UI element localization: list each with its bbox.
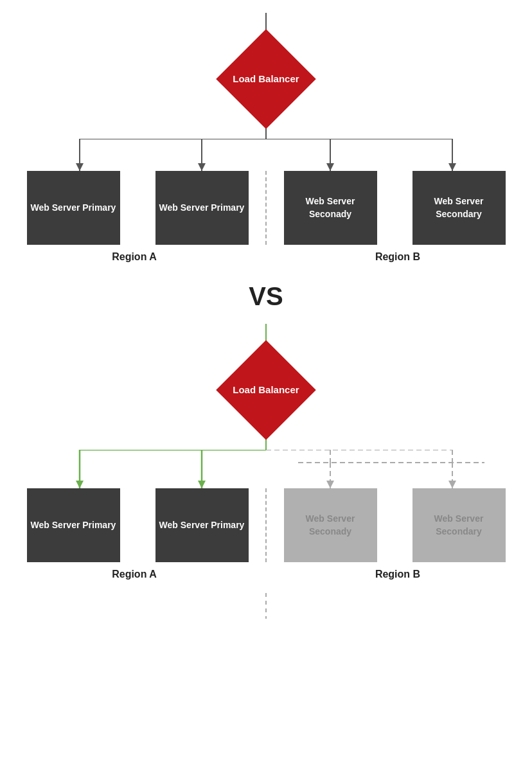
col-4: Web Server Secondary <box>407 171 510 245</box>
svg-marker-21 <box>448 481 456 488</box>
region-b-label-2: Region B <box>285 569 510 580</box>
server-box-2: Web Server Primary <box>155 171 249 245</box>
server-box-d2-2: Web Server Primary <box>155 488 249 562</box>
server-box-d2-1: Web Server Primary <box>27 488 120 562</box>
svg-marker-8 <box>448 163 456 171</box>
server-box-d2-4: Web Server Secondary <box>412 488 506 562</box>
server-box-4: Web Server Secondary <box>412 171 506 245</box>
svg-marker-13 <box>198 481 206 488</box>
col-d2-2: Web Server Primary <box>150 488 253 562</box>
page-container: Load Balancer <box>0 0 532 632</box>
col-d2-1: Web Server Primary <box>22 488 125 562</box>
diagram-2: Load Balancer <box>0 324 532 619</box>
load-balancer-diamond-1: Load Balancer <box>216 29 316 129</box>
load-balancer-label-1: Load Balancer <box>233 73 299 85</box>
server-box-d2-3: Web Server Seconady <box>284 488 377 562</box>
branch-svg-2 <box>22 450 510 488</box>
load-balancer-label-2: Load Balancer <box>233 384 299 396</box>
col-d2-4: Web Server Secondary <box>407 488 510 562</box>
region-a-label-2: Region A <box>22 569 247 580</box>
server-box-3: Web Server Seconady <box>284 171 377 245</box>
svg-marker-12 <box>76 481 84 488</box>
bottom-dotted-line <box>265 593 267 619</box>
region-b-label-1: Region B <box>285 251 510 263</box>
col-1: Web Server Primary <box>22 171 125 245</box>
region-a-label-1: Region A <box>22 251 247 263</box>
branch-svg-1 <box>22 139 510 171</box>
svg-marker-7 <box>326 163 334 171</box>
server-box-1: Web Server Primary <box>27 171 120 245</box>
load-balancer-diamond-2: Load Balancer <box>216 340 316 440</box>
svg-marker-6 <box>198 163 206 171</box>
vs-label: VS <box>249 282 283 311</box>
col-d2-3: Web Server Seconady <box>279 488 382 562</box>
diagram-1: Load Balancer <box>0 13 532 263</box>
col-2: Web Server Primary <box>150 171 253 245</box>
svg-marker-5 <box>76 163 84 171</box>
col-3: Web Server Seconady <box>279 171 382 245</box>
svg-marker-20 <box>326 481 334 488</box>
